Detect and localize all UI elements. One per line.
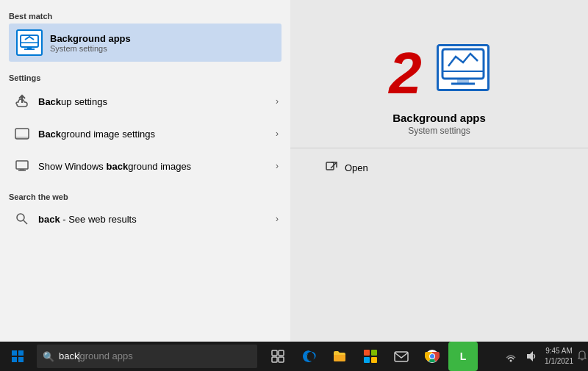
svg-rect-31: [364, 350, 370, 356]
svg-rect-23: [457, 79, 469, 83]
svg-rect-16: [16, 161, 28, 169]
menu-item-backup[interactable]: Backup settings ›: [9, 85, 282, 118]
network-icon[interactable]: [501, 342, 521, 371]
web-search-section: Search the web back - See web results ›: [0, 185, 290, 237]
web-search-header: Search the web: [9, 188, 282, 204]
taskbar: 🔍 background apps: [0, 342, 588, 371]
best-match-title-text: Background apps: [50, 33, 131, 44]
menu-item-show-bg-text: Show Windows background images: [38, 161, 276, 172]
svg-rect-27: [272, 350, 277, 356]
settings-section: Settings Backup settings ›: [0, 65, 290, 185]
menu-item-bg-image-arrow: ›: [276, 129, 279, 139]
line-button[interactable]: L: [448, 342, 478, 371]
result-app-icon: [437, 44, 490, 91]
svg-line-20: [24, 220, 27, 224]
backup-icon: [12, 91, 32, 112]
volume-icon[interactable]: [521, 342, 542, 371]
web-search-icon: [12, 209, 32, 229]
best-match-header: Best match: [9, 7, 282, 24]
best-match-text: Background apps System settings: [50, 33, 274, 53]
line-icon-text: L: [460, 350, 467, 362]
svg-point-38: [430, 354, 434, 359]
menu-item-bg-image-text: Background image settings: [38, 129, 276, 140]
date: 1/1/2021: [545, 356, 573, 367]
svg-rect-34: [371, 357, 377, 363]
menu-item-show-bg[interactable]: Show Windows background images ›: [9, 150, 282, 182]
open-icon: [324, 160, 339, 175]
chrome-taskbar-button[interactable]: [417, 342, 447, 371]
menu-item-backup-arrow: ›: [276, 96, 279, 107]
clock[interactable]: 9:45 AM 1/1/2021: [542, 346, 576, 367]
menu-item-show-bg-arrow: ›: [276, 161, 279, 171]
right-top-row: 2: [290, 22, 588, 103]
start-menu: Best match Backgr: [0, 0, 588, 342]
start-menu-right: 2 Background apps System settings: [290, 0, 588, 342]
best-match-section: Best match Backgr: [0, 0, 290, 65]
open-label: Open: [345, 162, 368, 173]
taskbar-icons: L: [263, 342, 478, 371]
notification-icon[interactable]: [576, 342, 588, 371]
svg-rect-30: [279, 357, 284, 362]
start-button[interactable]: [0, 342, 35, 371]
result-number: 2: [389, 44, 422, 103]
svg-rect-28: [279, 350, 284, 356]
start-menu-left: Best match Backgr: [0, 0, 290, 342]
desktop: 🗑️ Recycle Bin Google Chrome SSP SSP Acc…: [0, 0, 588, 371]
search-icon-taskbar: 🔍: [43, 351, 54, 362]
mail-button[interactable]: [387, 342, 416, 371]
taskbar-right: 9:45 AM 1/1/2021: [501, 342, 588, 371]
best-match-item-icon: [16, 29, 43, 56]
open-button[interactable]: Open: [317, 156, 576, 179]
result-app-name: Background apps: [392, 112, 486, 124]
web-search-item[interactable]: back - See web results ›: [9, 204, 282, 234]
svg-rect-33: [364, 357, 370, 363]
result-info: Background apps System settings: [392, 112, 486, 136]
best-match-subtitle: System settings: [50, 44, 274, 53]
time: 9:45 AM: [545, 346, 573, 356]
windows-logo: [12, 350, 24, 362]
best-match-item[interactable]: Background apps System settings: [9, 24, 282, 62]
svg-marker-40: [527, 351, 533, 361]
web-search-arrow: ›: [276, 214, 279, 224]
bg-image-icon: [12, 123, 32, 144]
taskbar-search-box[interactable]: 🔍 background apps: [37, 345, 257, 368]
web-query: back - See web results: [38, 214, 137, 225]
menu-item-bg-image[interactable]: Background image settings ›: [9, 118, 282, 150]
show-bg-icon: [12, 156, 32, 176]
svg-rect-35: [395, 352, 408, 361]
svg-rect-32: [371, 350, 377, 356]
start-right-inner: 2 Background apps System settings: [290, 22, 588, 187]
ms-store-button[interactable]: [356, 342, 385, 371]
best-match-title: Background apps: [50, 33, 274, 44]
edge-button[interactable]: [294, 342, 323, 371]
svg-point-39: [510, 360, 512, 362]
result-actions: Open: [290, 148, 588, 187]
svg-rect-15: [15, 137, 29, 139]
svg-rect-21: [442, 49, 484, 79]
search-input-text: background apps: [59, 350, 251, 362]
result-app-subtitle: System settings: [392, 126, 486, 136]
settings-header: Settings: [9, 68, 282, 85]
search-typed: back: [59, 350, 79, 361]
svg-point-19: [17, 214, 24, 221]
file-explorer-button[interactable]: [325, 342, 354, 371]
menu-item-backup-text: Backup settings: [38, 96, 276, 107]
svg-rect-29: [272, 357, 277, 362]
search-ghost: ground apps: [79, 350, 132, 361]
web-search-text: back - See web results: [38, 214, 276, 225]
task-view-button[interactable]: [263, 342, 293, 371]
